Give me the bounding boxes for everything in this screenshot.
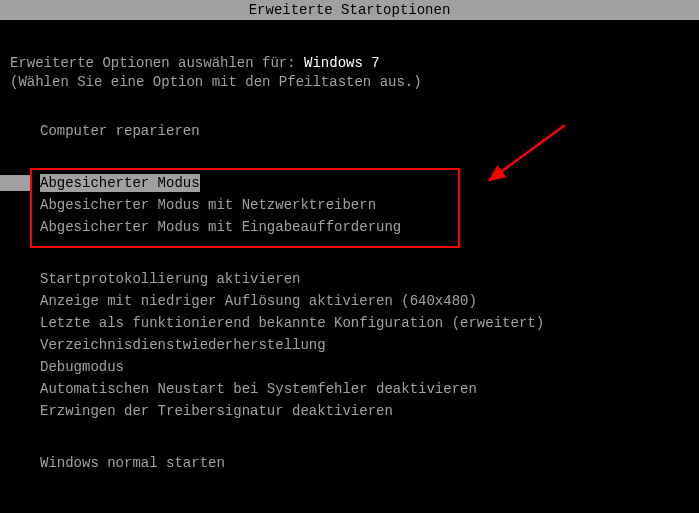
intro-instruction: (Wählen Sie eine Option mit den Pfeiltas… [10, 74, 699, 90]
option-group: Abgesicherter ModusAbgesicherter Modus m… [8, 172, 699, 238]
boot-option[interactable]: Letzte als funktionierend bekannte Konfi… [8, 312, 699, 334]
option-label: Verzeichnisdienstwiederherstellung [40, 337, 326, 353]
boot-option[interactable]: Anzeige mit niedriger Auflösung aktivier… [8, 290, 699, 312]
boot-option[interactable]: Abgesicherter Modus [8, 172, 699, 194]
boot-option[interactable]: Erzwingen der Treibersignatur deaktivier… [8, 400, 699, 422]
option-label: Abgesicherter Modus [40, 174, 200, 192]
option-group: Computer reparieren [8, 120, 699, 142]
boot-option[interactable]: Abgesicherter Modus mit Netzwerktreibern [8, 194, 699, 216]
boot-option[interactable]: Automatischen Neustart bei Systemfehler … [8, 378, 699, 400]
title-text: Erweiterte Startoptionen [249, 2, 451, 18]
option-label: Computer reparieren [40, 123, 200, 139]
boot-option[interactable]: Abgesicherter Modus mit Eingabeaufforder… [8, 216, 699, 238]
boot-option[interactable]: Startprotokollierung aktivieren [8, 268, 699, 290]
option-group: Startprotokollierung aktivierenAnzeige m… [8, 268, 699, 422]
option-label: Debugmodus [40, 359, 124, 375]
option-label: Anzeige mit niedriger Auflösung aktivier… [40, 293, 477, 309]
option-label: Erzwingen der Treibersignatur deaktivier… [40, 403, 393, 419]
boot-option[interactable]: Windows normal starten [8, 452, 699, 474]
prompt-prefix: Erweiterte Optionen auswählen für: [10, 55, 304, 71]
option-label: Windows normal starten [40, 455, 225, 471]
option-label: Startprotokollierung aktivieren [40, 271, 300, 287]
options-list: Computer reparierenAbgesicherter ModusAb… [0, 120, 699, 474]
selection-indicator [0, 175, 32, 191]
option-label: Letzte als funktionierend bekannte Konfi… [40, 315, 544, 331]
boot-option[interactable]: Computer reparieren [8, 120, 699, 142]
boot-option[interactable]: Verzeichnisdienstwiederherstellung [8, 334, 699, 356]
title-bar: Erweiterte Startoptionen [0, 0, 699, 20]
option-group: Windows normal starten [8, 452, 699, 474]
content-area: Erweiterte Optionen auswählen für: Windo… [0, 20, 699, 474]
intro-prompt: Erweiterte Optionen auswählen für: Windo… [10, 55, 699, 71]
intro-section: Erweiterte Optionen auswählen für: Windo… [0, 20, 699, 90]
os-name: Windows 7 [304, 55, 380, 71]
option-label: Abgesicherter Modus mit Eingabeaufforder… [40, 219, 401, 235]
option-label: Automatischen Neustart bei Systemfehler … [40, 381, 477, 397]
boot-option[interactable]: Debugmodus [8, 356, 699, 378]
option-label: Abgesicherter Modus mit Netzwerktreibern [40, 197, 376, 213]
